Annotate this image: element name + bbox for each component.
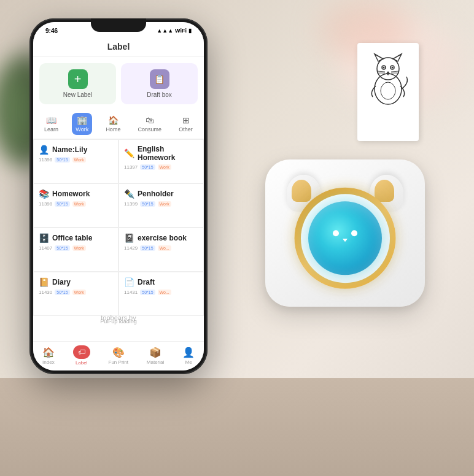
item-header: 🗄️ Office table bbox=[39, 233, 113, 243]
item-footer: 11397 50*15 Work bbox=[124, 164, 198, 170]
home-label: Home bbox=[106, 126, 120, 132]
nav-fun-print[interactable]: 🎨 Fun Print bbox=[109, 347, 128, 365]
item-badge-size: 50*15 bbox=[140, 164, 155, 170]
svg-point-1 bbox=[377, 58, 399, 80]
new-label-card[interactable]: + New Label bbox=[39, 63, 116, 104]
svg-marker-2 bbox=[375, 54, 383, 61]
top-cards: + New Label 📋 Draft box bbox=[33, 57, 204, 109]
learn-label: Learn bbox=[44, 126, 58, 132]
item-badge-cat: Work bbox=[72, 245, 86, 251]
status-icons: ▲▲▲ WiFi ▮ bbox=[157, 28, 192, 34]
list-item[interactable]: 📚 Homework 11398 50*15 Work bbox=[33, 183, 118, 228]
item-badge-size: 50*15 bbox=[55, 245, 69, 251]
printer-body bbox=[265, 159, 425, 307]
nav-index-label: Index bbox=[42, 359, 55, 365]
nav-material[interactable]: 📦 Material bbox=[147, 347, 164, 365]
app-header: Label bbox=[33, 39, 204, 57]
cat-eye-right bbox=[351, 230, 357, 236]
me-icon: 👤 bbox=[182, 347, 195, 358]
item-header: 📔 Diary bbox=[39, 277, 113, 287]
svg-line-11 bbox=[391, 71, 399, 72]
table-surface bbox=[0, 378, 474, 476]
list-item[interactable]: 📔 Diary 11430 50*15 Work bbox=[33, 272, 118, 316]
cat-nose bbox=[343, 239, 348, 242]
item-footer: 11429 50*15 Wo... bbox=[124, 245, 198, 251]
item-icon: 📔 bbox=[39, 277, 49, 287]
item-name: exercise book bbox=[138, 234, 187, 242]
item-name: Name:Lily bbox=[52, 145, 87, 154]
item-footer: 11396 50*15 Work bbox=[39, 157, 113, 163]
items-grid: 👤 Name:Lily 11396 50*15 Work ✏️ English bbox=[33, 139, 204, 316]
nav-me[interactable]: 👤 Me bbox=[182, 347, 195, 365]
tab-consume[interactable]: 🛍 Consume bbox=[134, 113, 166, 135]
item-badge-size: 50*15 bbox=[55, 290, 69, 295]
item-id: 11396 bbox=[39, 157, 52, 163]
item-icon: 📓 bbox=[124, 233, 134, 243]
item-icon: 🗄️ bbox=[39, 233, 49, 243]
ear-inner-left bbox=[292, 180, 311, 202]
work-icon: 🏢 bbox=[77, 115, 87, 125]
items-scroll[interactable]: 👤 Name:Lily 11396 50*15 Work ✏️ English bbox=[33, 139, 204, 341]
printer-circle-mid bbox=[301, 194, 390, 283]
item-footer: 11398 50*15 Work bbox=[39, 201, 113, 207]
item-id: 11399 bbox=[124, 201, 138, 207]
other-label: Other bbox=[179, 126, 193, 132]
tab-work[interactable]: 🏢 Work bbox=[72, 113, 92, 135]
item-header: 📄 Draft bbox=[124, 277, 198, 287]
category-tabs: 📖 Learn 🏢 Work 🏠 Home 🛍 Consume ⊞ bbox=[33, 109, 204, 139]
index-icon: 🏠 bbox=[42, 347, 55, 358]
new-label-text: New Label bbox=[63, 91, 92, 98]
list-item[interactable]: 🗄️ Office table 11407 50*15 Work bbox=[33, 228, 118, 272]
nav-material-label: Material bbox=[147, 359, 164, 365]
item-icon: 📚 bbox=[39, 189, 49, 199]
nav-index[interactable]: 🏠 Index bbox=[42, 347, 55, 365]
printer-paper bbox=[357, 43, 419, 141]
watermark: toobears.by bbox=[101, 314, 136, 321]
item-id: 11398 bbox=[39, 201, 52, 207]
list-item[interactable]: 📓 exercise book 11429 50*15 Wo... bbox=[118, 228, 204, 272]
item-header: 📓 exercise book bbox=[124, 233, 198, 243]
item-id: 11430 bbox=[39, 290, 52, 295]
item-badge-size: 50*15 bbox=[140, 245, 155, 251]
cat-eye-left bbox=[333, 230, 339, 236]
nav-label[interactable]: 🏷 Label bbox=[73, 345, 90, 366]
tab-learn[interactable]: 📖 Learn bbox=[41, 113, 62, 135]
battery-icon: ▮ bbox=[188, 28, 192, 34]
item-icon: 👤 bbox=[39, 145, 49, 155]
nav-fun-print-label: Fun Print bbox=[109, 359, 128, 365]
printer-circle-outer bbox=[295, 188, 396, 289]
list-item[interactable]: ✏️ English Homework 11397 50*15 Work bbox=[118, 139, 204, 183]
item-name: Penholder bbox=[138, 190, 174, 198]
material-icon: 📦 bbox=[149, 347, 161, 358]
item-footer: 11399 50*15 Work bbox=[124, 201, 198, 207]
item-badge-cat: Wo... bbox=[158, 290, 171, 295]
ear-inner-right bbox=[375, 180, 394, 202]
item-id: 11431 bbox=[124, 290, 138, 295]
label-nav-icon: 🏷 bbox=[73, 345, 90, 359]
item-badge-cat: Work bbox=[158, 164, 171, 170]
svg-marker-8 bbox=[386, 71, 390, 74]
printer-cat-face bbox=[327, 223, 363, 253]
list-item[interactable]: 📄 Draft 11431 50*15 Wo... bbox=[118, 272, 204, 316]
svg-marker-3 bbox=[393, 54, 402, 61]
nav-me-label: Me bbox=[185, 359, 192, 365]
printer bbox=[253, 123, 437, 307]
cat-drawing bbox=[363, 49, 413, 110]
app-content: Label + New Label 📋 Draft box 📖 Learn bbox=[33, 39, 204, 370]
other-icon: ⊞ bbox=[182, 115, 190, 125]
tab-home[interactable]: 🏠 Home bbox=[102, 113, 124, 135]
item-badge-size: 50*15 bbox=[140, 290, 155, 295]
tab-other[interactable]: ⊞ Other bbox=[175, 113, 196, 135]
notch bbox=[91, 18, 146, 32]
draft-icon: 📋 bbox=[150, 69, 169, 89]
item-id: 11429 bbox=[124, 245, 138, 251]
signal-icon: ▲▲▲ bbox=[157, 28, 173, 34]
item-badge-size: 50*15 bbox=[140, 201, 155, 207]
list-item[interactable]: 👤 Name:Lily 11396 50*15 Work bbox=[33, 139, 118, 183]
printer-circle-inner bbox=[308, 201, 382, 275]
draft-box-card[interactable]: 📋 Draft box bbox=[121, 63, 198, 104]
draft-box-text: Draft box bbox=[147, 91, 172, 98]
list-item[interactable]: ✒️ Penholder 11399 50*15 Work bbox=[118, 183, 204, 228]
item-header: ✒️ Penholder bbox=[124, 189, 198, 199]
item-footer: 11430 50*15 Work bbox=[39, 290, 113, 295]
